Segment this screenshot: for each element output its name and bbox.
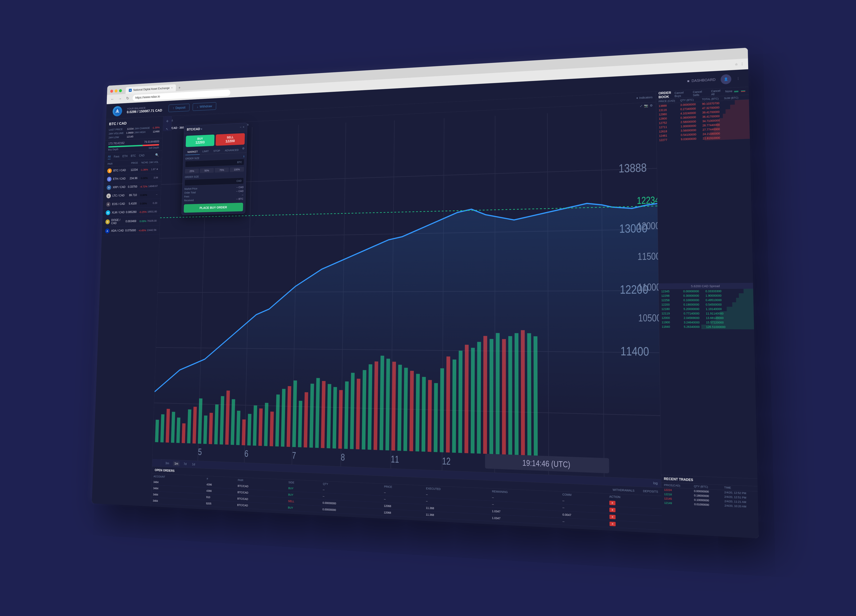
chart-actions: ⤢ 📷 ⚙: [640, 104, 653, 108]
cancel-order-button[interactable]: X: [610, 515, 616, 519]
svg-text:13888: 13888: [619, 161, 647, 175]
ob-view-both[interactable]: [740, 89, 746, 93]
coin-info-eth: Ξ ETH / CAD: [107, 176, 127, 182]
recent-trades: RECENT TRADES PRICE(CAD) QTY (BTC) TIME …: [661, 475, 759, 538]
svg-text:10500: 10500: [638, 313, 661, 324]
cancel-order-button[interactable]: X: [609, 508, 615, 512]
table-row: 12298 0.30000000 1.90000000: [659, 293, 753, 298]
coin-info-ltc: Ł LTC / CAD: [106, 193, 127, 198]
tab-stop[interactable]: STOP: [211, 147, 222, 154]
indicators-button[interactable]: ♦ Indicators: [636, 95, 653, 100]
pct-25-button[interactable]: 25%: [185, 169, 199, 174]
expand-chart-icon[interactable]: ⤢: [640, 104, 642, 108]
cancel-order-button[interactable]: X: [609, 501, 615, 505]
crosshair-tool[interactable]: ✛: [164, 117, 171, 125]
app-logo: [112, 106, 122, 117]
tab-advanced[interactable]: ADVANCED: [223, 147, 241, 154]
tf-7d[interactable]: 7d: [182, 461, 188, 466]
close-dot[interactable]: [110, 89, 113, 93]
user-avatar[interactable]: 👤: [721, 74, 731, 84]
order-size-cad-input[interactable]: CAD: [185, 178, 244, 186]
filter-btc[interactable]: BTC: [131, 154, 136, 158]
filter-favs[interactable]: Favs: [114, 154, 120, 159]
svg-text:12000: 12000: [637, 220, 660, 232]
window-controls: [110, 89, 122, 95]
pct-75-button[interactable]: 75%: [215, 167, 229, 173]
filter-eth[interactable]: ETH: [122, 154, 128, 158]
filter-all[interactable]: All: [108, 154, 111, 159]
minimize-dot[interactable]: [115, 89, 117, 92]
market-search-icon[interactable]: 🔍: [155, 153, 159, 157]
rt-rows: 12224 0.00000000 2/4/20, 12:52 PM 12218 …: [661, 487, 759, 538]
cancel-buys-btn[interactable]: Cancel Buys: [673, 90, 690, 98]
ob-sell-rows: 13888 3.00000000 90.10370700 13116 0.273…: [656, 100, 753, 283]
svg-text:N: N: [130, 89, 131, 91]
deposit-button[interactable]: ↑ Deposit: [169, 104, 189, 112]
screenshot-icon[interactable]: 📷: [644, 104, 648, 108]
tab-market[interactable]: MARKET: [185, 149, 200, 155]
tab-limit[interactable]: LIMIT: [200, 148, 211, 155]
btc-size-field[interactable]: [187, 161, 237, 166]
filter-cad[interactable]: CAD: [139, 153, 145, 158]
tab-title: National Digital Asset Exchange: [133, 86, 169, 91]
tw-sell-button[interactable]: SELL 12200: [216, 133, 245, 146]
tw-settings-icon[interactable]: ⚙: [242, 147, 245, 153]
chart-settings-icon[interactable]: ⚙: [650, 104, 653, 108]
tf-1d[interactable]: 1d: [191, 462, 197, 467]
tab-favicon: N: [129, 89, 132, 92]
market-pair: BTC / CAD: [109, 120, 160, 126]
back-button[interactable]: ←: [110, 97, 115, 102]
tw-buy-button[interactable]: BUY 12203: [186, 135, 215, 147]
pct-50-button[interactable]: 50%: [200, 168, 214, 173]
table-row: 12345 0.00000000 0.33333300: [659, 289, 753, 293]
tf-3m[interactable]: 3m: [164, 461, 171, 465]
cad-size-field[interactable]: [186, 179, 236, 184]
place-buy-order-button[interactable]: PLACE BUY ORDER: [184, 203, 243, 213]
depth-bar-container: 173.78142162 79.91444800 Buy Depth Sell …: [105, 138, 162, 153]
withdraw-button[interactable]: ↓ Withdraw: [193, 102, 216, 111]
ada-icon: A: [105, 229, 109, 233]
tw-minimize-icon[interactable]: −: [240, 126, 242, 129]
dashboard-button[interactable]: ■ DASHBOARD: [687, 78, 716, 83]
cancel-all-btn[interactable]: Cancel All: [709, 88, 724, 97]
list-item[interactable]: ★ XLM / CAD 0.085280 -0.25% 18931.80: [103, 207, 160, 217]
pct-100-button[interactable]: 100%: [230, 167, 244, 172]
ob-view-buy-only[interactable]: [733, 89, 739, 94]
ob-view-buttons: None: [725, 89, 746, 94]
last-price-stat: LAST PRICE 12234: [109, 127, 134, 131]
url-text: https://www.ndax.io: [135, 95, 160, 100]
xrp-icon: X: [107, 185, 111, 190]
table-row: 12180 5.20000000 1.19140000: [659, 307, 754, 312]
svg-text:5: 5: [198, 447, 202, 457]
pct-buttons: 25% 50% 75% 100%: [185, 167, 244, 174]
fees-row: Fees --: [184, 194, 243, 198]
table-row: 12000 2.04569000 13.68149000: [659, 316, 754, 320]
svg-text:8: 8: [341, 452, 345, 463]
order-size-btc-input[interactable]: BTC: [185, 159, 244, 167]
svg-text:6: 6: [245, 449, 248, 459]
forward-button[interactable]: →: [117, 96, 123, 101]
svg-text:11: 11: [391, 454, 399, 465]
market-price-row: Market Price -- CAD: [184, 186, 243, 190]
ob-filter-none[interactable]: None: [725, 89, 733, 94]
deposits-label: DEPOSITS: [643, 489, 658, 493]
new-tab-button[interactable]: +: [177, 84, 183, 91]
tf-1m[interactable]: 1m: [173, 461, 180, 466]
list-item[interactable]: E EOS / CAD 5.4100 0.00% 0.20: [103, 199, 160, 209]
order-total-row: Order Total -- CAD: [184, 190, 243, 194]
cancel-order-button[interactable]: X: [610, 522, 616, 526]
list-item[interactable]: D DOGE / CAD 0.003469 0.09% 76105.00: [102, 216, 160, 227]
more-menu[interactable]: ⋮: [736, 77, 740, 81]
refresh-button[interactable]: ↻: [125, 95, 130, 101]
table-row: 12258 0.10000000 0.49510000: [659, 298, 753, 302]
svg-rect-29: [182, 423, 185, 443]
menu-icon[interactable]: ⋮: [741, 62, 744, 66]
maximize-dot[interactable]: [119, 89, 122, 92]
price-stats: LAST PRICE 12234 24H CHANGE -1.39% 24H V…: [108, 126, 160, 139]
svg-text:11500: 11500: [637, 251, 660, 262]
cancel-sells-btn[interactable]: Cancel Sells: [691, 89, 708, 97]
tab-close-icon[interactable]: ×: [171, 86, 173, 89]
bookmark-icon[interactable]: ☆: [735, 62, 738, 66]
tw-close-icon[interactable]: ×: [243, 126, 245, 129]
list-item[interactable]: A ADA / CAD 0.075000 -4.45% 13442.56: [102, 226, 160, 235]
